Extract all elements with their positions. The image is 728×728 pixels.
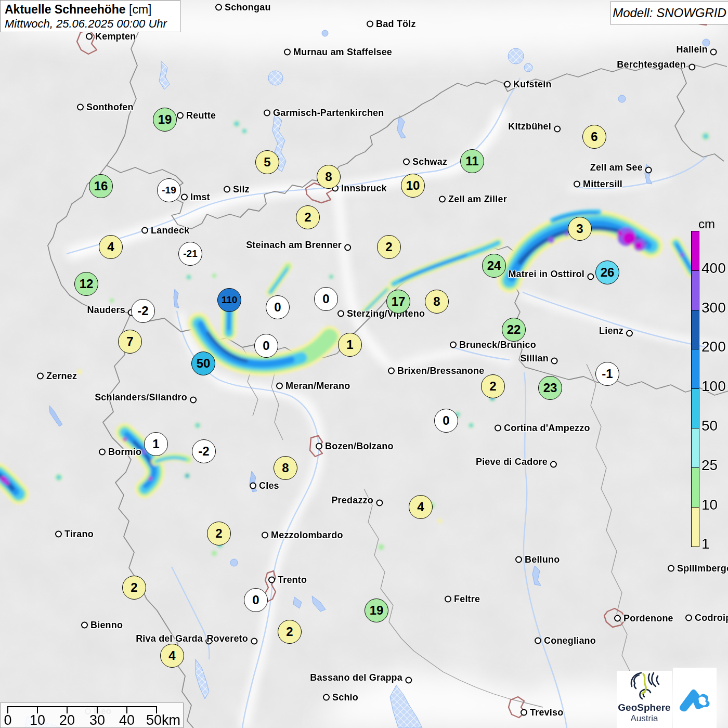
- city-marker-icon: [337, 310, 344, 317]
- title-unit: [cm]: [129, 3, 151, 16]
- city-label: Codroipo: [695, 613, 728, 623]
- snow-depth-badge: 1: [144, 432, 168, 456]
- legend-tick-label: 400: [701, 259, 726, 276]
- snow-depth-badge: 50: [191, 352, 215, 375]
- city-marker-icon: [141, 227, 148, 234]
- legend-tick-label: 50: [701, 418, 718, 434]
- scale-bar-number: 20: [59, 712, 75, 728]
- title-text: Aktuelle Schneehöhe: [5, 3, 126, 16]
- city-spilimbergo: Spilimbergo: [668, 563, 728, 574]
- city-marker-icon: [495, 425, 501, 432]
- city-label: Spilimbergo: [677, 563, 728, 574]
- snow-depth-badge: 16: [89, 174, 113, 198]
- city-label: Landeck: [151, 225, 189, 236]
- city-label: Trento: [278, 575, 307, 586]
- scale-bar: 01020304050km: [0, 703, 184, 728]
- city-marker-icon: [77, 104, 84, 111]
- city-murnau-am-staffelsee: Murnau am Staffelsee: [284, 47, 392, 58]
- snow-depth-badge: 10: [401, 174, 425, 198]
- city-marker-icon: [55, 531, 62, 538]
- legend-tick-label: 10: [701, 496, 718, 513]
- city-marker-icon: [276, 383, 283, 389]
- city-meran-merano: Meran/Merano: [276, 381, 350, 392]
- city-marker-icon: [344, 244, 351, 251]
- city-marker-icon: [535, 638, 541, 644]
- city-label: Reutte: [186, 110, 216, 121]
- snow-depth-badge: 2: [207, 522, 231, 545]
- city-label: Murnau am Staffelsee: [293, 47, 392, 58]
- city-label: Lienz: [599, 326, 623, 336]
- city-steinach-am-brenner: Steinach am Brenner: [246, 242, 351, 253]
- city-label: Garmisch-Partenkirchen: [273, 108, 384, 119]
- title-box: Aktuelle Schneehöhe [cm] Mittwoch, 25.06…: [0, 0, 180, 32]
- city-lienz: Lienz: [599, 328, 633, 339]
- city-label: Feltre: [454, 594, 480, 605]
- legend-tick-label: 1: [701, 536, 710, 552]
- city-label: Brixen/Bressanone: [397, 366, 484, 376]
- snow-depth-badge: 1: [338, 333, 362, 357]
- city-pordenone: Pordenone: [614, 613, 673, 624]
- city-schio: Schio: [323, 692, 358, 703]
- legend-segment: [692, 389, 699, 428]
- snow-depth-badge: 17: [386, 290, 410, 314]
- city-marker-icon: [550, 461, 557, 468]
- city-marker-icon: [405, 677, 412, 684]
- city-marker-icon: [376, 500, 383, 506]
- city-schwaz: Schwaz: [403, 157, 447, 167]
- map-timestamp: Mittwoch, 25.06.2025 00:00 Uhr: [5, 17, 175, 31]
- city-label: Innsbruck: [341, 183, 387, 194]
- city-label: Bassano del Grappa: [310, 672, 402, 683]
- snow-depth-badge: 2: [122, 576, 146, 600]
- city-marker-icon: [645, 167, 652, 174]
- snow-depth-badge: 6: [582, 125, 606, 149]
- city-cles: Cles: [250, 480, 279, 491]
- city-label: Pieve di Cadore: [476, 457, 548, 467]
- city-trento: Trento: [268, 575, 307, 586]
- snow-depth-badge: 24: [482, 254, 506, 278]
- city-marker-icon: [224, 186, 230, 193]
- city-marker-icon: [323, 694, 330, 701]
- legend-tick-label: 25: [701, 457, 718, 473]
- city-label: Schwaz: [412, 157, 447, 167]
- city-label: Sonthofen: [86, 102, 134, 113]
- snow-depth-badge: 2: [278, 620, 302, 644]
- city-marker-icon: [574, 181, 580, 188]
- city-marker-icon: [177, 112, 184, 119]
- city-marker-icon: [388, 368, 395, 374]
- city-marker-icon: [190, 397, 197, 404]
- city-label: Hallein: [677, 44, 708, 55]
- city-label: Kempten: [95, 31, 136, 42]
- snow-depth-badge: 7: [118, 330, 142, 354]
- city-marker-icon: [515, 556, 522, 563]
- city-marker-icon: [688, 64, 695, 71]
- snow-depth-badge: -2: [192, 439, 216, 463]
- scale-bar-number: 50km: [146, 712, 180, 728]
- city-marker-icon: [81, 622, 88, 629]
- snow-depth-badge: 0: [434, 409, 458, 433]
- legend-segment: [692, 468, 699, 508]
- city-silz: Silz: [224, 184, 250, 195]
- city-marker-icon: [86, 33, 93, 40]
- city-bozen-bolzano: Bozen/Bolzano: [316, 441, 394, 452]
- map-title: Aktuelle Schneehöhe [cm]: [5, 3, 175, 17]
- city-label: Kufstein: [513, 79, 552, 90]
- scale-bar-number: 30: [89, 712, 105, 728]
- city-marker-icon: [554, 126, 561, 133]
- city-label: Zell am See: [590, 162, 643, 173]
- mountain-cloud-icon: [676, 679, 713, 717]
- city-label: Meran/Merano: [285, 381, 350, 392]
- city-zell-am-ziller: Zell am Ziller: [439, 194, 507, 205]
- legend-color-bar: [691, 231, 699, 547]
- city-sillian: Sillian: [521, 356, 558, 367]
- city-marker-icon: [403, 159, 410, 165]
- city-label: Mezzolombardo: [271, 530, 343, 541]
- city-label: Imst: [190, 192, 210, 203]
- city-marker-icon: [262, 532, 268, 539]
- city-zernez: Zernez: [37, 371, 77, 382]
- city-marker-icon: [710, 49, 717, 56]
- mountain-cloud-logo: [673, 668, 717, 728]
- snow-depth-badge: 22: [502, 318, 526, 342]
- snow-depth-badge: 0: [314, 287, 338, 311]
- snow-depth-badge: -1: [595, 362, 619, 386]
- city-bienno: Bienno: [81, 620, 123, 631]
